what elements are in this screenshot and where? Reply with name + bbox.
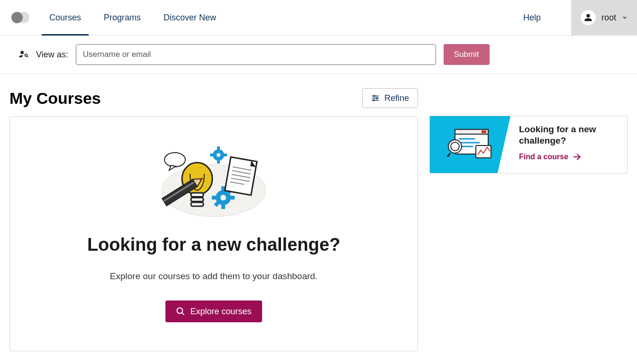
svg-line-40	[182, 313, 184, 315]
person-icon	[584, 13, 592, 22]
promo-illustration	[430, 116, 510, 173]
svg-point-17	[220, 195, 226, 200]
svg-rect-43	[482, 130, 486, 133]
svg-point-9	[164, 153, 185, 167]
svg-point-11	[217, 153, 220, 157]
sliders-icon	[371, 94, 380, 102]
svg-rect-26	[191, 198, 203, 201]
svg-rect-19	[221, 204, 225, 209]
empty-title: Looking for a new challenge?	[29, 235, 399, 255]
header-right: Help root	[523, 0, 637, 36]
svg-rect-13	[217, 160, 220, 164]
promo-card: Looking for a new challenge? Find a cour…	[429, 116, 628, 173]
refine-label: Refine	[384, 93, 409, 103]
page-head: My Courses Refine	[9, 88, 418, 108]
nav-help[interactable]: Help	[523, 13, 541, 23]
nav-programs[interactable]: Programs	[104, 0, 141, 35]
svg-rect-14	[223, 154, 227, 156]
page-title: My Courses	[9, 89, 101, 108]
empty-illustration	[157, 146, 271, 221]
viewas-label: View as:	[36, 50, 68, 60]
svg-rect-27	[191, 202, 203, 206]
sidebar: Looking for a new challenge? Find a cour…	[429, 116, 628, 173]
empty-state-card: Looking for a new challenge? Explore our…	[9, 117, 418, 351]
refine-button[interactable]: Refine	[362, 88, 418, 108]
main-nav: Courses Programs Discover New	[49, 0, 523, 35]
user-menu[interactable]: root	[571, 0, 637, 36]
explore-label: Explore courses	[190, 307, 251, 317]
search-icon	[176, 307, 185, 316]
nav-discover[interactable]: Discover New	[164, 0, 216, 35]
promo-body: Looking for a new challenge? Find a cour…	[510, 116, 627, 173]
main-left: My Courses Refine	[9, 88, 418, 351]
explore-courses-button[interactable]: Explore courses	[165, 300, 262, 322]
nav-courses[interactable]: Courses	[49, 0, 81, 35]
find-course-link[interactable]: Find a course	[519, 152, 582, 162]
viewas-icon	[19, 51, 28, 59]
logo[interactable]	[11, 11, 30, 24]
svg-rect-20	[230, 196, 235, 200]
svg-rect-25	[191, 193, 203, 197]
arrow-right-icon	[572, 152, 582, 162]
header: Courses Programs Discover New Help root	[0, 0, 637, 36]
avatar	[581, 10, 596, 25]
user-name: root	[601, 13, 616, 23]
promo-title: Looking for a new challenge?	[519, 124, 619, 146]
svg-rect-12	[217, 146, 220, 150]
viewas-input[interactable]	[76, 44, 436, 65]
svg-line-49	[447, 153, 450, 157]
promo-link-label: Find a course	[519, 153, 568, 161]
viewas-submit-button[interactable]: Submit	[444, 44, 490, 65]
svg-rect-15	[210, 154, 214, 156]
empty-subtitle: Explore our courses to add them to your …	[29, 271, 399, 282]
svg-point-0	[25, 54, 27, 56]
svg-point-3	[373, 95, 375, 97]
main: My Courses Refine	[0, 74, 637, 364]
viewas-bar: View as: Submit	[0, 36, 637, 74]
svg-line-1	[27, 56, 28, 57]
svg-rect-50	[476, 146, 491, 158]
svg-point-5	[376, 98, 377, 99]
svg-point-7	[373, 100, 374, 101]
svg-rect-21	[212, 196, 217, 200]
chevron-down-icon	[622, 15, 628, 20]
